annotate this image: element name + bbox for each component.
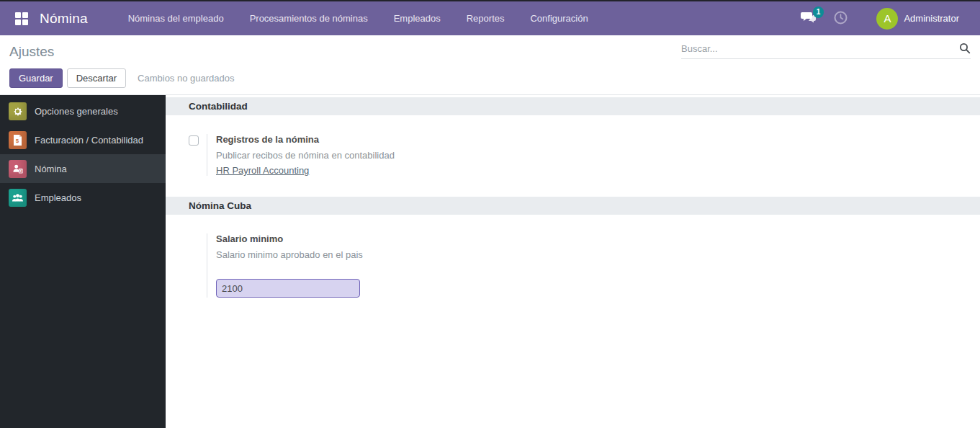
settings-content: Contabilidad Registros de la nómina Publ…: [166, 95, 980, 428]
sidebar-item-label: Facturación / Contabilidad: [35, 135, 143, 146]
discard-button[interactable]: Descartar: [67, 68, 126, 88]
clock-icon: [834, 11, 848, 27]
systray: 1 A Administrator: [794, 4, 971, 34]
sidebar-item-general-settings[interactable]: Opciones generales: [0, 97, 166, 125]
section-header-payroll-cuba: Nómina Cuba: [166, 197, 980, 215]
user-avatar: A: [876, 8, 898, 30]
settings-sidebar: Opciones generales $ Facturación / Conta…: [0, 95, 166, 428]
setting-label: Salario minimo: [216, 233, 363, 244]
search-bar: [681, 43, 971, 59]
top-navbar: Nómina Nóminas del empleado Procesamient…: [0, 1, 980, 35]
control-panel: Ajustes Guardar Descartar Cambios no gua…: [0, 35, 980, 94]
app-brand-title[interactable]: Nómina: [40, 11, 88, 27]
menu-item-reports[interactable]: Reportes: [454, 1, 518, 35]
section-header-accounting: Contabilidad: [166, 97, 980, 115]
sidebar-item-label: Opciones generales: [35, 106, 118, 117]
payroll-icon: $: [9, 160, 27, 178]
user-menu[interactable]: A Administrator: [869, 4, 971, 34]
section-body-accounting: Registros de la nómina Publicar recibos …: [166, 115, 980, 195]
setting-payroll-entries: Registros de la nómina Publicar recibos …: [166, 134, 980, 176]
sidebar-item-label: Nómina: [35, 164, 67, 174]
sidebar-item-payroll[interactable]: $ Nómina: [0, 154, 166, 183]
sidebar-item-label: Empleados: [35, 192, 81, 203]
messages-count-badge: 1: [813, 6, 824, 18]
setting-help-text: Salario minimo aprobado en el pais: [216, 249, 363, 260]
setting-label[interactable]: Registros de la nómina: [216, 134, 395, 145]
menu-item-payslips[interactable]: Nóminas del empleado: [115, 1, 237, 35]
main-area: Opciones generales $ Facturación / Conta…: [0, 94, 980, 428]
apps-menu-button[interactable]: [9, 6, 34, 31]
menu-item-batches[interactable]: Procesamientos de nóminas: [237, 1, 381, 35]
menu-item-settings[interactable]: Configuración: [517, 1, 601, 35]
apps-grid-icon: [15, 12, 28, 25]
minimum-salary-input[interactable]: [216, 279, 360, 298]
user-name: Administrator: [904, 13, 959, 24]
setting-help-text: Publicar recibos de nómina en contabilid…: [216, 150, 395, 161]
app-window: Nómina Nóminas del empleado Procesamient…: [0, 0, 980, 428]
invoice-icon: $: [9, 131, 27, 149]
sidebar-item-invoicing[interactable]: $ Facturación / Contabilidad: [0, 125, 166, 154]
hr-payroll-accounting-link[interactable]: HR Payroll Accounting: [216, 165, 309, 176]
employees-icon: [9, 189, 27, 207]
setting-minimum-salary: Salario minimo Salario minimo aprobado e…: [166, 233, 980, 298]
search-icon[interactable]: [959, 43, 971, 54]
unsaved-changes-label: Cambios no guardados: [138, 73, 234, 84]
menu-item-employees[interactable]: Empleados: [381, 1, 454, 35]
messages-button[interactable]: 1: [794, 6, 824, 30]
save-button[interactable]: Guardar: [9, 68, 63, 88]
main-menu: Nóminas del empleado Procesamientos de n…: [115, 1, 601, 35]
control-panel-buttons: Guardar Descartar Cambios no guardados: [9, 68, 971, 88]
sidebar-item-employees[interactable]: Empleados: [0, 183, 166, 212]
gear-icon: [9, 102, 27, 120]
payroll-entries-checkbox[interactable]: [189, 135, 199, 146]
search-input[interactable]: [681, 43, 959, 54]
svg-text:$: $: [16, 137, 19, 143]
section-body-payroll-cuba: Salario minimo Salario minimo aprobado e…: [166, 215, 980, 316]
activities-button[interactable]: [827, 6, 855, 31]
